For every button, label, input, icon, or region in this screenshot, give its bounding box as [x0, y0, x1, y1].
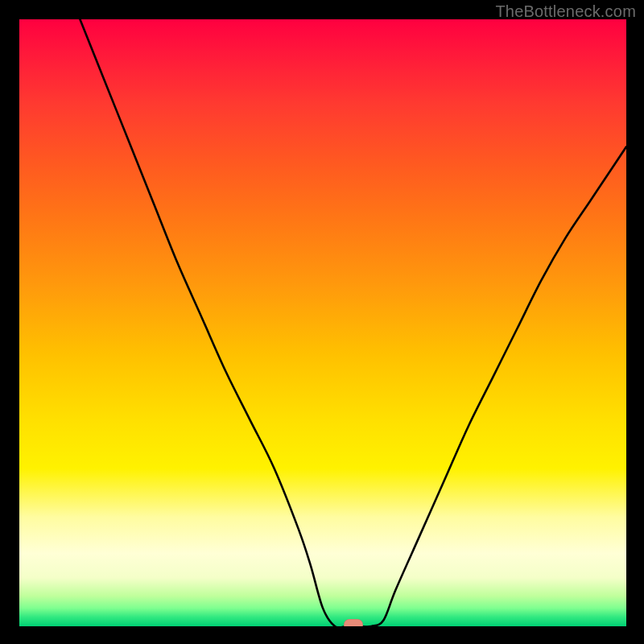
chart-frame: TheBottleneck.com — [0, 0, 644, 644]
watermark-text: TheBottleneck.com — [495, 2, 636, 21]
bottleneck-curve — [19, 19, 626, 626]
plot-area — [19, 19, 626, 626]
optimal-marker — [344, 619, 363, 626]
